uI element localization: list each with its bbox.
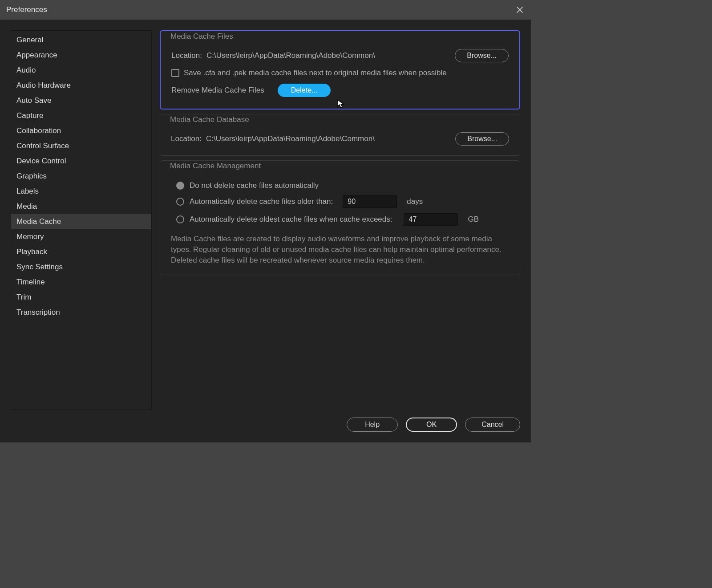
row-remove-cache: Remove Media Cache Files Delete... bbox=[171, 84, 509, 97]
row-cache-db-location: Location: C:\Users\leirp\AppData\Roaming… bbox=[171, 132, 509, 146]
value-db-location: C:\Users\leirp\AppData\Roaming\Adobe\Com… bbox=[206, 134, 451, 143]
close-icon[interactable] bbox=[515, 5, 525, 15]
fieldset-media-cache-files: Media Cache Files Location: C:\Users\lei… bbox=[160, 30, 520, 109]
sidebar-item-general[interactable]: General bbox=[11, 32, 151, 48]
label-location: Location: bbox=[171, 51, 202, 60]
legend-media-cache-files: Media Cache Files bbox=[169, 32, 235, 41]
workarea: General Appearance Audio Audio Hardware … bbox=[0, 20, 531, 442]
sidebar-item-capture[interactable]: Capture bbox=[11, 108, 151, 123]
browse-cache-files-button[interactable]: Browse... bbox=[455, 49, 509, 62]
main-panel: Media Cache Files Location: C:\Users\lei… bbox=[160, 30, 520, 410]
radio-row-no-delete: Do not delete cache files automatically bbox=[176, 181, 509, 190]
sidebar-item-appearance[interactable]: Appearance bbox=[11, 48, 151, 63]
sidebar-item-transcription[interactable]: Transcription bbox=[11, 305, 151, 320]
input-exceeds-gb[interactable] bbox=[404, 213, 458, 226]
radio-no-delete[interactable] bbox=[176, 182, 184, 190]
label-remove-cache: Remove Media Cache Files bbox=[171, 86, 264, 95]
input-older-than-days[interactable] bbox=[343, 195, 397, 208]
legend-media-cache-management: Media Cache Management bbox=[168, 162, 263, 170]
sidebar-item-labels[interactable]: Labels bbox=[11, 184, 151, 199]
radio-exceeds[interactable] bbox=[176, 215, 184, 223]
label-days-unit: days bbox=[407, 197, 423, 206]
radio-row-exceeds: Automatically delete oldest cache files … bbox=[176, 213, 509, 226]
browse-cache-db-button[interactable]: Browse... bbox=[455, 132, 509, 146]
radio-older-than[interactable] bbox=[176, 198, 184, 206]
sidebar-item-memory[interactable]: Memory bbox=[11, 229, 151, 244]
row-cache-files-location: Location: C:\Users\leirp\AppData\Roaming… bbox=[171, 49, 509, 62]
management-description: Media Cache files are created to display… bbox=[171, 234, 509, 266]
sidebar-item-graphics[interactable]: Graphics bbox=[11, 169, 151, 184]
sidebar-item-media-cache[interactable]: Media Cache bbox=[11, 214, 151, 229]
checkbox-save-next[interactable] bbox=[171, 69, 179, 77]
label-db-location: Location: bbox=[171, 134, 202, 143]
sidebar-item-auto-save[interactable]: Auto Save bbox=[11, 93, 151, 108]
sidebar-item-trim[interactable]: Trim bbox=[11, 290, 151, 305]
sidebar-item-audio[interactable]: Audio bbox=[11, 63, 151, 78]
row-save-next: Save .cfa and .pek media cache files nex… bbox=[171, 69, 509, 77]
help-button[interactable]: Help bbox=[347, 418, 398, 432]
sidebar-item-collaboration[interactable]: Collaboration bbox=[11, 123, 151, 138]
sidebar-item-audio-hardware[interactable]: Audio Hardware bbox=[11, 78, 151, 93]
label-save-next: Save .cfa and .pek media cache files nex… bbox=[184, 69, 447, 77]
dialog-footer: Help OK Cancel bbox=[11, 410, 520, 432]
sidebar-item-sync-settings[interactable]: Sync Settings bbox=[11, 260, 151, 275]
sidebar: General Appearance Audio Audio Hardware … bbox=[11, 30, 152, 410]
value-location: C:\Users\leirp\AppData\Roaming\Adobe\Com… bbox=[206, 51, 450, 60]
titlebar: Preferences bbox=[0, 0, 531, 20]
split: General Appearance Audio Audio Hardware … bbox=[11, 30, 520, 410]
sidebar-item-control-surface[interactable]: Control Surface bbox=[11, 138, 151, 154]
radio-row-older-than: Automatically delete cache files older t… bbox=[176, 195, 509, 208]
fieldset-media-cache-management: Media Cache Management Do not delete cac… bbox=[160, 160, 520, 275]
label-exceeds: Automatically delete oldest cache files … bbox=[190, 215, 392, 224]
cancel-button[interactable]: Cancel bbox=[465, 418, 520, 432]
label-gb-unit: GB bbox=[468, 215, 479, 224]
sidebar-item-timeline[interactable]: Timeline bbox=[11, 275, 151, 290]
window-title: Preferences bbox=[6, 5, 47, 14]
sidebar-item-device-control[interactable]: Device Control bbox=[11, 154, 151, 169]
delete-cache-button[interactable]: Delete... bbox=[278, 84, 331, 97]
fieldset-media-cache-database: Media Cache Database Location: C:\Users\… bbox=[160, 114, 520, 156]
sidebar-item-media[interactable]: Media bbox=[11, 199, 151, 214]
legend-media-cache-database: Media Cache Database bbox=[168, 115, 251, 124]
ok-button[interactable]: OK bbox=[406, 418, 457, 432]
label-older-than: Automatically delete cache files older t… bbox=[190, 197, 333, 206]
sidebar-item-playback[interactable]: Playback bbox=[11, 244, 151, 260]
label-no-delete: Do not delete cache files automatically bbox=[190, 181, 319, 190]
